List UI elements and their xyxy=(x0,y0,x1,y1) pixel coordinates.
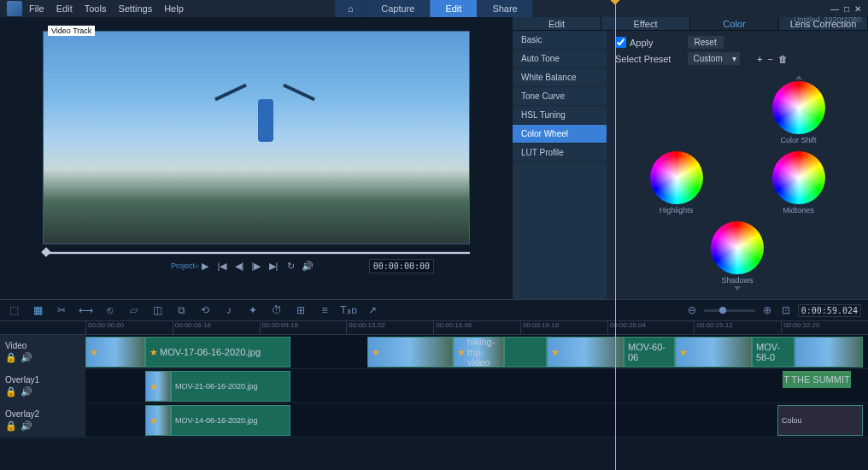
clip-mov60[interactable]: MOV-60-06 xyxy=(624,337,675,367)
timeline-toolbar: ⬚ ▦ ✂ ⟷ ⎋ ▱ ◫ ⧉ ⟲ ♪ ✦ ⏱ ⊞ ≡ T₃ᴅ ↗ ⊖ ⊕ ⊡ … xyxy=(0,299,868,321)
lock-icon[interactable]: 🔒 xyxy=(5,352,17,363)
sidebar-basic[interactable]: Basic xyxy=(513,31,607,50)
scrub-bar[interactable] xyxy=(43,251,470,255)
fit-icon[interactable]: ⊡ xyxy=(779,303,793,317)
delete-preset-icon[interactable]: 🗑 xyxy=(778,54,788,64)
tab-capture[interactable]: Capture xyxy=(366,0,430,17)
midtones-label: Midtones xyxy=(783,206,814,214)
next-frame-button[interactable]: ▶| xyxy=(267,260,279,272)
highlights-wheel[interactable] xyxy=(650,151,703,204)
clip-thumb4[interactable]: ★ xyxy=(547,337,624,367)
storyboard-icon[interactable]: ▦ xyxy=(31,303,44,317)
arrow-up-icon[interactable] xyxy=(795,75,802,79)
grid-icon[interactable]: ⊞ xyxy=(294,303,308,317)
preview-timecode: 00:00:00:00 xyxy=(369,259,434,273)
mute-icon[interactable]: 🔊 xyxy=(21,386,32,397)
reset-button[interactable]: Reset xyxy=(688,36,724,49)
shadows-wheel[interactable] xyxy=(711,221,764,274)
playhead[interactable] xyxy=(615,321,616,470)
clip-thumb5[interactable]: ★ xyxy=(675,337,752,367)
remove-preset-icon[interactable]: − xyxy=(767,54,772,64)
zoom-slider[interactable] xyxy=(704,309,755,312)
video-track: Video 🔒🔊 ★ ★MOV-17-06-16-2020.jpg ★ ★hik… xyxy=(0,335,868,369)
tab-home[interactable]: ⌂ xyxy=(335,0,366,17)
menu-settings[interactable]: Settings xyxy=(118,3,152,14)
transport-controls: Project= ▶ |◀ ◀| |▶ ▶| ↻ 🔊 00:00:00:00 xyxy=(43,260,470,272)
close-icon[interactable]: ✕ xyxy=(854,4,861,14)
step-back-button[interactable]: ◀| xyxy=(233,260,245,272)
clip-thumb-ov2[interactable]: ★ xyxy=(145,405,171,436)
track-icon[interactable]: ≡ xyxy=(318,303,331,317)
lock-icon[interactable]: 🔒 xyxy=(5,420,17,432)
clip-thumb3[interactable]: ★hiking-trip-video xyxy=(453,337,504,367)
main-menu: File Edit Tools Settings Help xyxy=(29,3,184,14)
loop-button[interactable]: ↻ xyxy=(284,260,296,272)
audio-icon[interactable]: ♪ xyxy=(222,303,236,317)
video-preview[interactable] xyxy=(43,31,470,244)
zoom-in-icon[interactable]: ⊕ xyxy=(760,303,774,317)
record-icon[interactable]: ⬚ xyxy=(7,303,21,317)
clip-thumb2[interactable]: ★ xyxy=(367,337,453,367)
sidebar-autotone[interactable]: Auto Tone xyxy=(513,50,607,68)
sidebar-tonecurve[interactable]: Tone Curve xyxy=(513,87,607,106)
overlay1-track: Overlay1 🔒🔊 ★ MOV-21-06-16-2020.jpg T TH… xyxy=(0,369,868,403)
motion-icon[interactable]: ⟲ xyxy=(198,303,212,317)
prev-frame-button[interactable]: |◀ xyxy=(216,260,228,272)
maximize-icon[interactable]: □ xyxy=(844,4,849,14)
sidebar-lut[interactable]: LUT Profile xyxy=(513,144,607,162)
clip-mov17[interactable]: ★MOV-17-06-16-2020.jpg xyxy=(145,337,290,367)
clip-thumb-ov1[interactable]: ★ xyxy=(145,371,171,402)
clip-gap[interactable] xyxy=(504,337,547,367)
3d-icon[interactable]: T₃ᴅ xyxy=(342,303,355,317)
apply-checkbox[interactable]: Apply xyxy=(615,37,654,48)
lock-icon[interactable]: 🔒 xyxy=(5,386,17,397)
colorshift-label: Color Shift xyxy=(780,136,816,144)
cut-icon[interactable]: ✂ xyxy=(55,303,68,317)
menu-file[interactable]: File xyxy=(29,3,44,14)
prop-tab-edit[interactable]: Edit xyxy=(513,17,601,30)
clip-colour[interactable]: Colou xyxy=(777,405,863,436)
prop-tab-color[interactable]: Color xyxy=(690,17,779,30)
clip-mov14[interactable]: MOV-14-06-16-2020.jpg xyxy=(171,405,290,436)
trim-icon[interactable]: ⟷ xyxy=(79,303,92,317)
fx-icon[interactable]: ✦ xyxy=(246,303,260,317)
marker-icon[interactable]: ▱ xyxy=(126,303,140,317)
sidebar-hsl[interactable]: HSL Tuning xyxy=(513,106,607,125)
clip-thumb6[interactable] xyxy=(795,337,863,367)
highlights-label: Highlights xyxy=(660,206,694,214)
overlay1-label: Overlay1 xyxy=(5,375,80,385)
tab-edit[interactable]: Edit xyxy=(430,0,477,17)
zoom-out-icon[interactable]: ⊖ xyxy=(685,303,699,317)
sidebar-whitebalance[interactable]: White Balance xyxy=(513,68,607,87)
preview-pane: Video Track Project= ▶ |◀ ◀| |▶ ▶| ↻ 🔊 0… xyxy=(0,17,513,299)
clip-thumb[interactable]: ★ xyxy=(85,337,145,367)
minimize-icon[interactable]: — xyxy=(830,4,839,14)
tab-share[interactable]: Share xyxy=(477,0,532,17)
colorshift-wheel[interactable] xyxy=(772,81,825,134)
menu-edit[interactable]: Edit xyxy=(56,3,73,14)
add-preset-icon[interactable]: + xyxy=(757,54,762,64)
play-button[interactable]: ▶ xyxy=(199,260,211,272)
mute-icon[interactable]: 🔊 xyxy=(21,420,32,432)
title-summit[interactable]: T THE SUMMIT xyxy=(783,371,851,388)
arrow-down-icon[interactable] xyxy=(734,286,741,291)
step-fwd-button[interactable]: |▶ xyxy=(250,260,262,272)
sidebar-colorwheel[interactable]: Color Wheel xyxy=(513,125,607,144)
midtones-wheel[interactable] xyxy=(772,151,825,204)
time-ruler[interactable]: 00:00:00.00 00:00:06.16 00:00:09.18 00:0… xyxy=(0,321,868,335)
mode-tabs: ⌂ Capture Edit Share xyxy=(335,0,532,17)
menu-help[interactable]: Help xyxy=(164,3,184,14)
transition-icon[interactable]: ⧉ xyxy=(174,303,188,317)
window-controls: — □ ✕ xyxy=(830,4,861,14)
mute-icon[interactable]: 🔊 xyxy=(21,352,32,363)
timeline: 00:00:00.00 00:00:06.16 00:00:09.18 00:0… xyxy=(0,321,868,470)
export-icon[interactable]: ↗ xyxy=(366,303,379,317)
volume-button[interactable]: 🔊 xyxy=(302,260,314,272)
split-icon[interactable]: ⎋ xyxy=(103,303,116,317)
speed-icon[interactable]: ⏱ xyxy=(270,303,284,317)
clip-mov58[interactable]: MOV-58-0 xyxy=(752,337,795,367)
menu-tools[interactable]: Tools xyxy=(85,3,107,14)
preset-dropdown[interactable]: Custom xyxy=(688,52,739,65)
crop-icon[interactable]: ◫ xyxy=(150,303,164,317)
clip-mov21[interactable]: MOV-21-06-16-2020.jpg xyxy=(171,371,290,402)
